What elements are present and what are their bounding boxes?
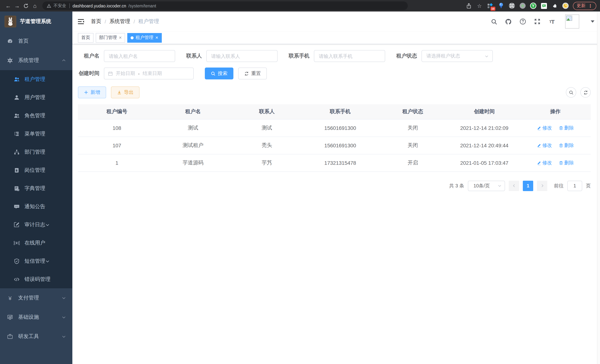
security-label[interactable]: 不安全 [53,3,66,9]
cell-tenant-id: 107 [78,137,156,154]
mobile-input[interactable] [314,50,385,62]
edit-row-button[interactable]: 修改 [537,159,552,166]
show-search-toggle-button[interactable] [566,87,576,98]
edit-row-button[interactable]: 修改 [537,124,552,131]
extension-chat-icon[interactable] [541,2,547,9]
breadcrumb-home[interactable]: 首页 [91,18,101,25]
breadcrumb-system[interactable]: 系统管理 [110,18,130,25]
sidebar-item-dept[interactable]: 部门管理 [0,143,72,161]
prev-page-button[interactable] [509,180,519,191]
tree-list-icon [14,131,20,137]
sidebar-item-infra[interactable]: 基础设施 [0,308,72,327]
col-actions: 操作 [520,104,591,119]
contact-input[interactable] [206,50,278,62]
avatar-dropdown-caret-icon[interactable] [591,20,594,23]
sidebar-item-menu[interactable]: 菜单管理 [0,125,72,143]
browser-reload-icon[interactable] [21,3,30,8]
window-scrollbar[interactable] [597,11,600,364]
github-icon[interactable] [505,18,512,25]
sidebar-item-label: 用户管理 [25,94,45,101]
profile-avatar-icon[interactable] [562,2,569,9]
share-icon[interactable] [465,2,472,9]
extension-tabs-icon[interactable]: 10 [487,2,494,9]
cell-mobile: 15601691300 [303,119,377,137]
sidebar-item-label: 在线用户 [25,240,45,246]
tab-home[interactable]: 首页 [78,33,94,42]
goto-page-input[interactable] [567,180,582,191]
goto-label: 前往 [554,182,564,189]
pagination: 共 3 条 10条/页 1 前往 页 [78,180,591,191]
sidebar-item-user[interactable]: 用户管理 [0,88,72,106]
refresh-table-button[interactable] [580,87,591,98]
main-area: 首页 / 系统管理 / 租户管理 [72,11,600,364]
col-tenant-id: 租户编号 [78,104,156,119]
browser-forward-icon[interactable]: → [13,3,21,9]
sidebar-item-dict[interactable]: 字典管理 [0,179,72,197]
close-icon[interactable]: ✕ [155,36,159,40]
page-1-button[interactable]: 1 [523,180,533,191]
sidebar-item-role[interactable]: 角色管理 [0,106,72,125]
export-button-label: 导出 [124,89,134,96]
next-page-button[interactable] [537,180,547,191]
extension-command-icon[interactable] [508,2,515,9]
status-select-placeholder: 请选择租户状态 [426,53,460,59]
sidebar-item-error-code[interactable]: 错误码管理 [0,270,72,288]
sidebar-item-system[interactable]: 系统管理 [0,51,72,70]
page-size-select[interactable]: 10条/页 [468,180,505,191]
close-icon[interactable]: ✕ [119,36,122,40]
sidebar-item-dev-tools[interactable]: 研发工具 [0,327,72,346]
extension-dot-icon[interactable] [519,2,526,9]
tab-tenant[interactable]: 租户管理 ✕ [127,33,162,42]
browser-home-icon[interactable]: ⌂ [30,3,39,9]
browser-back-icon[interactable]: ← [4,3,13,9]
active-tab-dot [131,36,134,39]
sidebar-item-post[interactable]: 岗位管理 [0,161,72,179]
address-bar[interactable]: 不安全 dashboard.yudao.iocoder.cn/system/te… [42,1,408,10]
chevron-down-icon [45,223,50,227]
refresh-icon [583,90,588,95]
font-size-icon[interactable]: TT [548,18,555,25]
delete-row-button[interactable]: 删除 [559,159,574,166]
chrome-menu-icon[interactable]: ⋮ [588,3,593,8]
edit-row-button[interactable]: 修改 [537,142,552,149]
extension-balloon-icon[interactable] [497,2,504,9]
sidebar-item-audit-log[interactable]: 审计日志 [0,215,72,234]
extension-y-icon[interactable] [530,2,536,9]
delete-row-button[interactable]: 删除 [559,142,574,149]
sidebar: 芋道管理系统 首页 系统管理 [0,11,72,364]
reset-button-label: 重置 [251,70,261,77]
trash-icon [559,160,563,165]
reset-button[interactable]: 重置 [238,67,267,79]
delete-row-button[interactable]: 删除 [559,124,574,131]
tab-dept[interactable]: 部门管理 ✕ [96,33,125,42]
sidebar-item-pay[interactable]: ¥ 支付管理 [0,288,72,308]
dictionary-icon [14,185,20,191]
help-question-icon[interactable] [519,18,526,25]
chrome-update-button[interactable]: 更新 ⋮ [573,2,596,10]
avatar[interactable] [565,14,579,28]
search-button[interactable]: 搜索 [205,67,233,79]
date-range-picker[interactable]: 开始日期 - 结束日期 [104,67,194,79]
bookmark-star-icon[interactable]: ☆ [476,2,483,9]
sidebar-item-home[interactable]: 首页 [0,32,72,51]
sidebar-item-sms[interactable]: 短信管理 [0,252,72,270]
fullscreen-icon[interactable] [534,18,541,25]
search-icon [211,71,216,76]
app-logo-row[interactable]: 芋道管理系统 [0,11,72,32]
status-select[interactable]: 请选择租户状态 [422,50,493,62]
sidebar-item-tenant[interactable]: 租户管理 [0,70,72,88]
collapse-sidebar-icon[interactable] [78,19,84,24]
date-end-placeholder: 结束日期 [143,70,162,77]
col-mobile: 联系手机 [303,104,377,119]
sidebar-item-online-users[interactable]: 在线用户 [0,234,72,252]
sidebar-item-notice[interactable]: 通知公告 [0,197,72,215]
header-search-icon[interactable] [490,18,497,25]
extensions-puzzle-icon[interactable] [551,2,558,9]
create-time-label: 创建时间 [78,70,104,77]
tenant-name-input[interactable] [104,50,175,62]
export-button[interactable]: 导出 [111,86,140,98]
edit-pencil-icon [537,143,541,148]
search-icon [569,90,573,95]
cell-created: 2021-12-14 20:49:44 [449,137,520,154]
add-button[interactable]: 新增 [78,86,106,98]
